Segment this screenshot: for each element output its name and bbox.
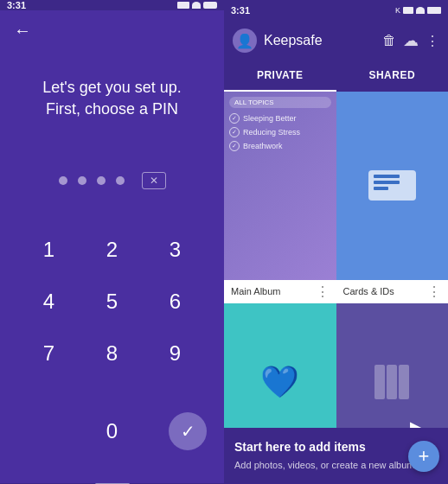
pin-dots-row: ✕ — [59, 172, 166, 189]
all-topics-badge: ALL TOPICS — [229, 97, 331, 108]
status-bar-right: 3:31 K — [224, 0, 448, 21]
pin-dot-1 — [59, 176, 67, 185]
topic-item-3: ✓ Breathwork — [229, 139, 331, 153]
card-stripe-2 — [374, 181, 400, 184]
key-2[interactable]: 2 — [80, 224, 144, 276]
trash-icon[interactable]: 🗑 — [382, 33, 396, 48]
time-left: 3:31 — [7, 0, 26, 10]
avatar-icon: 👤 — [236, 33, 253, 49]
key-1[interactable]: 1 — [17, 224, 80, 276]
tab-private[interactable]: PRIVATE — [224, 60, 336, 90]
app-title: Keepsafe — [264, 33, 375, 48]
topic-circle-3: ✓ — [229, 141, 240, 151]
album-main-thumb: ALL TOPICS ✓ Sleeping Better ✓ Reducing … — [224, 92, 336, 280]
topic-circle-2: ✓ — [229, 127, 240, 137]
album-cards-label-row: Cards & IDs ⋮ — [336, 280, 449, 303]
back-arrow-icon: ← — [14, 21, 31, 40]
film-strip-2 — [387, 365, 397, 399]
album-cards[interactable]: Cards & IDs ⋮ — [336, 92, 449, 303]
wifi-icon-r — [416, 7, 425, 14]
time-right: 3:31 — [231, 5, 250, 16]
setup-title: Let's get you set up. First, choose a PI… — [42, 77, 182, 120]
clear-icon: ✕ — [150, 175, 158, 187]
keypad: 1 2 3 4 5 6 7 8 9 — [0, 207, 224, 405]
tab-shared[interactable]: SHARED — [336, 60, 449, 90]
card-stripe-1 — [374, 175, 400, 178]
status-bar-left: 3:31 — [0, 0, 224, 10]
heart-icon: 💙 — [260, 364, 299, 400]
tooltip-desc: Add photos, videos, or create a new albu… — [234, 459, 438, 472]
key-0[interactable]: 0 — [106, 405, 118, 457]
albums-grid: ALL TOPICS ✓ Sleeping Better ✓ Reducing … — [224, 92, 448, 484]
topic-label-2: Reducing Stress — [243, 128, 300, 137]
check-icon: ✓ — [181, 421, 195, 442]
more-icon[interactable]: ⋮ — [426, 33, 439, 49]
album-main-label-row: Main Album ⋮ — [224, 280, 336, 303]
tooltip-title: Start here to add items — [234, 440, 438, 454]
pin-dot-4 — [116, 176, 125, 185]
pin-clear-button[interactable]: ✕ — [142, 172, 166, 189]
battery-icon — [203, 2, 217, 9]
film-strip-3 — [399, 365, 409, 399]
key-3[interactable]: 3 — [144, 224, 207, 276]
app-header: 👤 Keepsafe 🗑 ☁ ⋮ — [224, 21, 448, 60]
topic-item-1: ✓ Sleeping Better — [229, 111, 331, 125]
fab-button[interactable]: + — [408, 441, 439, 472]
film-strips — [374, 365, 409, 399]
topic-label-3: Breathwork — [243, 142, 283, 150]
key-9[interactable]: 9 — [144, 328, 207, 379]
topic-circle-1: ✓ — [229, 113, 240, 124]
wifi-icon — [192, 2, 201, 9]
album-main-label: Main Album — [231, 286, 280, 296]
fab-icon: + — [419, 447, 430, 466]
back-button[interactable]: ← — [0, 10, 224, 51]
pin-dot-3 — [97, 176, 106, 185]
key-6[interactable]: 6 — [144, 276, 207, 328]
signal-icon — [177, 2, 189, 9]
album-cards-thumb — [336, 92, 449, 280]
key-7[interactable]: 7 — [17, 328, 80, 379]
cloud-icon[interactable]: ☁ — [403, 31, 419, 50]
setup-text-area: Let's get you set up. First, choose a PI… — [0, 51, 224, 189]
check-button[interactable]: ✓ — [169, 412, 207, 450]
album-cards-label: Cards & IDs — [343, 286, 394, 296]
notification-icon: K — [395, 6, 400, 15]
album-cards-more[interactable]: ⋮ — [427, 283, 441, 300]
header-icons: 🗑 ☁ ⋮ — [382, 31, 439, 50]
key-4[interactable]: 4 — [17, 276, 80, 328]
album-main-more[interactable]: ⋮ — [316, 283, 330, 300]
key-zero-area: 0 — [55, 405, 169, 457]
status-icons-right: K — [395, 6, 441, 15]
film-strip-1 — [374, 365, 385, 399]
signal-icon-r — [403, 7, 413, 14]
tabs-bar: PRIVATE SHARED — [224, 60, 448, 92]
avatar[interactable]: 👤 — [233, 29, 257, 53]
card-stripe-3 — [374, 187, 388, 190]
topic-item-2: ✓ Reducing Stress — [229, 125, 331, 139]
key-5[interactable]: 5 — [80, 276, 144, 328]
status-icons-left — [177, 2, 217, 9]
album-main[interactable]: ALL TOPICS ✓ Sleeping Better ✓ Reducing … — [224, 92, 336, 303]
pin-dot-2 — [78, 176, 86, 185]
topic-label-1: Sleeping Better — [243, 114, 297, 123]
battery-icon-r — [427, 7, 441, 14]
key-zero-row: 0 ✓ — [0, 405, 224, 483]
card-visual — [368, 170, 416, 201]
keepsafe-panel: 3:31 K 👤 Keepsafe 🗑 ☁ ⋮ PRIVATE SHARED — [224, 0, 448, 484]
pin-setup-panel: 3:31 ← Let's get you set up. First, choo… — [0, 0, 224, 484]
key-8[interactable]: 8 — [80, 328, 144, 379]
